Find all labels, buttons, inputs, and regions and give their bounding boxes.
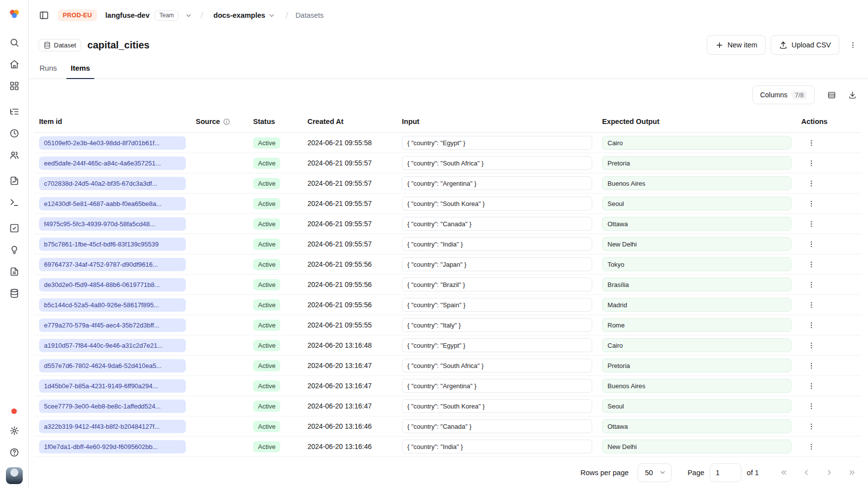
input-cell[interactable]: { "country": "Argentina" } — [402, 176, 592, 190]
row-actions-button[interactable] — [804, 237, 819, 251]
input-cell[interactable]: { "country": "South Korea" } — [402, 197, 592, 210]
header-item-id[interactable]: Item id — [34, 118, 191, 125]
input-cell[interactable]: { "country": "Spain" } — [402, 298, 592, 312]
sidebar-item-clock[interactable] — [5, 124, 23, 142]
item-id-link[interactable]: a1910d57-7f84-440c-9e46-a31c2d7e21... — [39, 339, 186, 352]
input-cell[interactable]: { "country": "India" } — [402, 440, 592, 453]
row-actions-button[interactable] — [804, 176, 819, 191]
expected-output-cell[interactable]: New Delhi — [602, 237, 791, 251]
input-cell[interactable]: { "country": "Egypt" } — [402, 136, 592, 150]
expected-output-cell[interactable]: Tokyo — [602, 257, 791, 271]
sidebar-item-settings-gear[interactable] — [5, 422, 23, 440]
expected-output-cell[interactable]: Brasília — [602, 278, 791, 291]
row-actions-button[interactable] — [804, 277, 819, 292]
item-id-link[interactable]: eed5dafe-244f-465c-a84c-4a6e357251... — [39, 157, 186, 170]
input-cell[interactable]: { "country": "South Africa" } — [402, 359, 592, 372]
org-name[interactable]: langfuse-dev — [105, 11, 149, 19]
expected-output-cell[interactable]: Cairo — [602, 136, 791, 150]
row-height-button[interactable] — [823, 86, 840, 104]
sidebar-item-file-text[interactable] — [5, 263, 23, 281]
sidebar-item-lightbulb[interactable] — [5, 241, 23, 259]
input-cell[interactable]: { "country": "South Korea" } — [402, 399, 592, 413]
item-id-link[interactable]: b5c144cd-52a5-4a80-926e-58617f895... — [39, 298, 186, 312]
export-download-button[interactable] — [843, 86, 861, 104]
item-id-link[interactable]: de30d2e0-f5d9-4854-88b6-0619771b8... — [39, 278, 186, 291]
sidebar-item-dashboard-grid[interactable] — [5, 77, 23, 95]
header-status[interactable]: Status — [248, 118, 303, 125]
item-id-link[interactable]: e12430df-5e81-4687-aabb-f0ea65be8a... — [39, 197, 186, 210]
input-cell[interactable]: { "country": "Canada" } — [402, 419, 592, 433]
input-cell[interactable]: { "country": "Japan" } — [402, 257, 592, 271]
row-actions-button[interactable] — [804, 196, 819, 211]
row-actions-button[interactable] — [804, 419, 819, 434]
row-actions-button[interactable] — [804, 318, 819, 332]
columns-button[interactable]: Columns 7/8 — [752, 85, 815, 104]
tab-items[interactable]: Items — [65, 64, 96, 79]
next-page-button[interactable] — [821, 464, 837, 481]
item-id-link[interactable]: 05109ef0-2e3b-4e03-98dd-8f7d01b61f... — [39, 136, 186, 150]
org-switcher-button[interactable] — [184, 11, 193, 20]
input-cell[interactable]: { "country": "Argentina" } — [402, 379, 592, 393]
recording-dot-icon[interactable] — [11, 408, 17, 414]
input-cell[interactable]: { "country": "Canada" } — [402, 217, 592, 231]
item-id-link[interactable]: c702838d-24d5-40a2-bf35-67dc3a3df... — [39, 177, 186, 190]
sidebar-item-database[interactable] — [5, 285, 23, 302]
item-id-link[interactable]: 69764737-34af-4752-9787-d90df9616... — [39, 258, 186, 271]
item-id-link[interactable]: d557e7d6-7802-4624-9da6-52d410ea5... — [39, 359, 186, 372]
row-actions-button[interactable] — [804, 216, 819, 231]
header-source[interactable]: Source — [191, 118, 248, 125]
new-item-button[interactable]: New item — [707, 35, 766, 55]
item-id-link[interactable]: 1f0e7da1-dbff-4e60-929d-f6095602bb... — [39, 440, 186, 453]
row-actions-button[interactable] — [804, 257, 819, 272]
first-page-button[interactable] — [776, 464, 792, 481]
row-actions-button[interactable] — [804, 297, 819, 312]
previous-page-button[interactable] — [798, 464, 815, 481]
expected-output-cell[interactable]: Cairo — [602, 338, 791, 352]
input-cell[interactable]: { "country": "Italy" } — [402, 318, 592, 332]
expected-output-cell[interactable]: Pretoria — [602, 156, 791, 170]
item-id-link[interactable]: a322b319-9412-4f43-b8f2-b20484127f... — [39, 420, 186, 433]
sidebar-item-list-tree[interactable] — [5, 103, 23, 121]
project-switcher[interactable]: docs-examples — [211, 11, 278, 20]
item-id-link[interactable]: 1d45b0e7-b85a-4231-9149-6ff90a294... — [39, 379, 186, 393]
row-actions-button[interactable] — [804, 378, 819, 393]
expected-output-cell[interactable]: Buenos Aires — [602, 176, 791, 190]
input-cell[interactable]: { "country": "India" } — [402, 237, 592, 251]
input-cell[interactable]: { "country": "South Africa" } — [402, 156, 592, 170]
sidebar-item-file-chart[interactable] — [5, 172, 23, 190]
expected-output-cell[interactable]: Ottawa — [602, 419, 791, 433]
row-actions-button[interactable] — [804, 399, 819, 413]
item-id-link[interactable]: f4975c95-5fc3-4939-970d-58fa5cd48... — [39, 217, 186, 231]
sidebar-item-users[interactable] — [5, 146, 23, 164]
expected-output-cell[interactable]: Buenos Aires — [602, 379, 791, 393]
item-id-link[interactable]: b75c7861-1fbe-45cf-bdf6-83f139c95539 — [39, 238, 186, 251]
sidebar-item-square-check[interactable] — [5, 219, 23, 237]
sidebar-item-terminal[interactable] — [5, 194, 23, 211]
sidebar-item-help-circle[interactable] — [5, 444, 23, 461]
tab-runs[interactable]: Runs — [34, 64, 63, 79]
upload-csv-button[interactable]: Upload CSV — [771, 35, 839, 55]
expected-output-cell[interactable]: Rome — [602, 318, 791, 332]
input-cell[interactable]: { "country": "Egypt" } — [402, 338, 592, 352]
user-menu-button[interactable] — [6, 465, 23, 482]
sidebar-toggle-button[interactable] — [36, 7, 52, 24]
sidebar-item-search[interactable] — [5, 34, 23, 51]
last-page-button[interactable] — [844, 464, 860, 481]
header-input[interactable]: Input — [397, 118, 597, 125]
expected-output-cell[interactable]: Seoul — [602, 197, 791, 210]
row-actions-button[interactable] — [804, 135, 819, 150]
breadcrumb-datasets[interactable]: Datasets — [296, 11, 324, 19]
row-actions-button[interactable] — [804, 439, 819, 454]
row-actions-button[interactable] — [804, 358, 819, 373]
header-expected-output[interactable]: Expected Output — [597, 118, 796, 125]
item-id-link[interactable]: 5cee7779-3e00-4eb8-be8c-1affedd524... — [39, 400, 186, 413]
sidebar-item-home[interactable] — [5, 55, 23, 73]
expected-output-cell[interactable]: Pretoria — [602, 359, 791, 372]
rows-per-page-select[interactable]: 50 — [638, 463, 672, 482]
page-more-actions-button[interactable] — [844, 37, 861, 53]
item-id-link[interactable]: e779a270-579a-4f45-aec4-35b72d3bff... — [39, 319, 186, 332]
expected-output-cell[interactable]: Seoul — [602, 399, 791, 413]
row-actions-button[interactable] — [804, 338, 819, 353]
page-number-input[interactable] — [710, 463, 741, 482]
expected-output-cell[interactable]: Ottawa — [602, 217, 791, 231]
